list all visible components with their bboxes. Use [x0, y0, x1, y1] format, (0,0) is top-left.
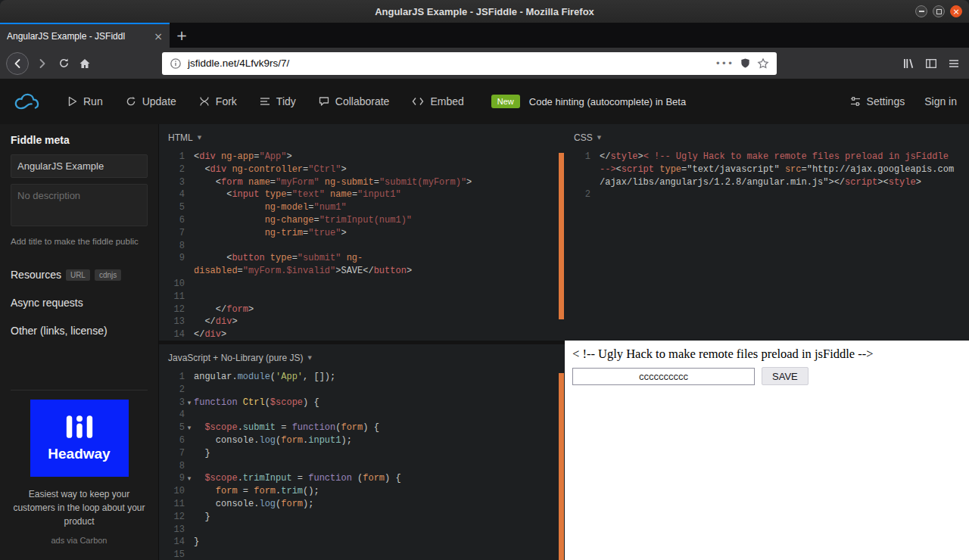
new-tab-button[interactable]: +: [170, 23, 194, 48]
js-panel-header[interactable]: JavaScript + No-Library (pure JS) ▼: [159, 344, 565, 369]
code-line[interactable]: 6 console.log(form.input1);: [159, 434, 565, 447]
page-info-icon[interactable]: [170, 58, 182, 70]
code-line[interactable]: 5 ng-model="num1": [159, 201, 565, 214]
page-actions-icon[interactable]: •••: [715, 58, 734, 69]
code-line[interactable]: 11 console.log(form);: [159, 498, 565, 511]
sidebar-toggle-icon[interactable]: [925, 58, 937, 70]
js-scrollbar[interactable]: [559, 373, 564, 560]
code-line[interactable]: 11: [159, 291, 565, 303]
code-line[interactable]: 1angular.module('App', []);: [159, 371, 565, 384]
code-text: <div ng-app="App">: [194, 151, 565, 163]
fold-arrow-icon[interactable]: ▾: [185, 397, 194, 409]
fork-button[interactable]: Fork: [199, 95, 237, 107]
code-line[interactable]: 10 form = form.trim();: [159, 485, 565, 498]
code-line[interactable]: 12 }: [159, 511, 565, 524]
css-panel-header[interactable]: CSS ▼: [565, 124, 969, 148]
code-line[interactable]: 1<div ng-app="App">: [159, 151, 565, 163]
js-code-area[interactable]: 1angular.module('App', []);23▾function C…: [159, 369, 565, 560]
close-button[interactable]: ×: [950, 5, 962, 17]
result-text-input[interactable]: [572, 368, 755, 385]
update-button[interactable]: Update: [126, 95, 176, 107]
fold-arrow-icon[interactable]: ▾: [185, 472, 194, 485]
code-line[interactable]: 3 <form name="myForm" ng-submit="submit(…: [159, 176, 565, 189]
line-number: 11: [159, 498, 185, 511]
code-line[interactable]: 4: [159, 409, 565, 422]
signin-button[interactable]: Sign in: [924, 95, 957, 107]
code-line[interactable]: 8: [159, 240, 565, 253]
settings-button[interactable]: Settings: [850, 95, 905, 107]
save-button[interactable]: SAVE: [762, 367, 809, 385]
html-editor-panel: HTML ▼ 1<div ng-app="App">2 <div ng-cont…: [159, 124, 565, 341]
minimize-button[interactable]: [915, 5, 927, 17]
code-text: $scope.submit = function(form) {: [194, 422, 565, 434]
tab-close-icon[interactable]: ×: [154, 30, 163, 42]
tab-bar: AngularJS Example - JSFiddl × +: [0, 23, 969, 48]
code-line[interactable]: 2 <div ng-controller="Ctrl">: [159, 163, 565, 176]
other-links-section[interactable]: Other (links, license): [11, 325, 148, 337]
line-number: 1: [159, 151, 185, 163]
toolbar-right: [902, 58, 963, 70]
code-line[interactable]: 14}: [159, 536, 565, 549]
jsfiddle-header: Run Update Fork Tidy Collaborate Embed N…: [0, 79, 969, 124]
html-code-area[interactable]: 1<div ng-app="App">2 <div ng-controller=…: [159, 148, 565, 341]
menu-hamburger-icon[interactable]: [948, 58, 960, 70]
home-button[interactable]: [74, 53, 95, 74]
code-line[interactable]: 13: [159, 524, 565, 537]
tidy-button[interactable]: Tidy: [260, 95, 296, 107]
code-text: }: [194, 511, 565, 524]
ad-text[interactable]: Easiest way to keep your customers in th…: [11, 487, 148, 528]
cdnjs-badge[interactable]: cdnjs: [95, 269, 121, 281]
reload-button[interactable]: [53, 53, 74, 74]
code-line[interactable]: 14</div>: [159, 328, 565, 341]
resources-label: Resources: [11, 269, 61, 281]
url-bar[interactable]: jsfiddle.net/4Lfvk9rs/7/ •••: [162, 52, 777, 75]
code-text: <div ng-controller="Ctrl">: [194, 163, 565, 176]
code-line[interactable]: 8: [159, 460, 565, 473]
jsfiddle-logo[interactable]: [12, 90, 44, 113]
code-line[interactable]: 7 }: [159, 447, 565, 460]
url-text[interactable]: jsfiddle.net/4Lfvk9rs/7/: [188, 58, 709, 69]
css-code-area[interactable]: 1</style>< !-- Ugly Hack to make remote …: [565, 148, 969, 201]
embed-button[interactable]: Embed: [412, 95, 463, 107]
bookmark-star-icon[interactable]: [757, 58, 769, 70]
fiddle-title-input[interactable]: [11, 154, 148, 178]
line-number: 10: [159, 278, 185, 291]
html-scrollbar[interactable]: [559, 153, 564, 319]
line-number: 12: [159, 511, 185, 524]
code-line[interactable]: 2: [159, 384, 565, 397]
code-line[interactable]: 6 ng-change="trimInput(num1)": [159, 214, 565, 227]
run-button[interactable]: Run: [68, 95, 103, 107]
code-line[interactable]: 12 </form>: [159, 303, 565, 316]
update-icon: [126, 96, 136, 107]
fold-arrow-icon[interactable]: ▾: [185, 422, 194, 434]
ad-attribution[interactable]: ads via Carbon: [11, 536, 148, 545]
html-panel-header[interactable]: HTML ▼: [159, 124, 565, 148]
code-line[interactable]: 4 <input type="text" name="input1": [159, 188, 565, 201]
forward-button[interactable]: [32, 53, 53, 74]
resources-section[interactable]: Resources URL cdnjs: [11, 269, 148, 281]
line-number: 13: [159, 524, 185, 537]
code-line[interactable]: 15: [159, 549, 565, 560]
back-button[interactable]: [6, 52, 29, 75]
url-badge[interactable]: URL: [66, 269, 90, 281]
code-line[interactable]: 9▾ $scope.trimInput = function (form) {: [159, 472, 565, 485]
code-line[interactable]: 10: [159, 278, 565, 291]
code-line[interactable]: 5▾ $scope.submit = function(form) {: [159, 422, 565, 434]
pocket-shield-icon[interactable]: [740, 58, 751, 69]
library-icon[interactable]: [902, 58, 914, 70]
code-line[interactable]: 13 </div>: [159, 316, 565, 328]
maximize-button[interactable]: [933, 5, 945, 17]
settings-sliders-icon: [850, 96, 861, 107]
chevron-down-icon: ▼: [198, 135, 201, 141]
collaborate-button[interactable]: Collaborate: [319, 95, 390, 107]
code-line[interactable]: 3▾function Ctrl($scope) {: [159, 397, 565, 409]
fiddle-description-input[interactable]: [11, 184, 148, 226]
code-line[interactable]: 7 ng-trim="true">: [159, 227, 565, 240]
code-line[interactable]: 9 <button type="submit" ng- disabled="my…: [159, 252, 565, 278]
headway-ad[interactable]: Headway: [30, 400, 129, 477]
line-number: 12: [159, 303, 185, 316]
async-requests-section[interactable]: Async requests: [11, 297, 148, 309]
code-line[interactable]: 1</style>< !-- Ugly Hack to make remote …: [565, 151, 969, 188]
browser-tab[interactable]: AngularJS Example - JSFiddl ×: [0, 23, 170, 48]
code-line[interactable]: 2: [565, 188, 969, 201]
